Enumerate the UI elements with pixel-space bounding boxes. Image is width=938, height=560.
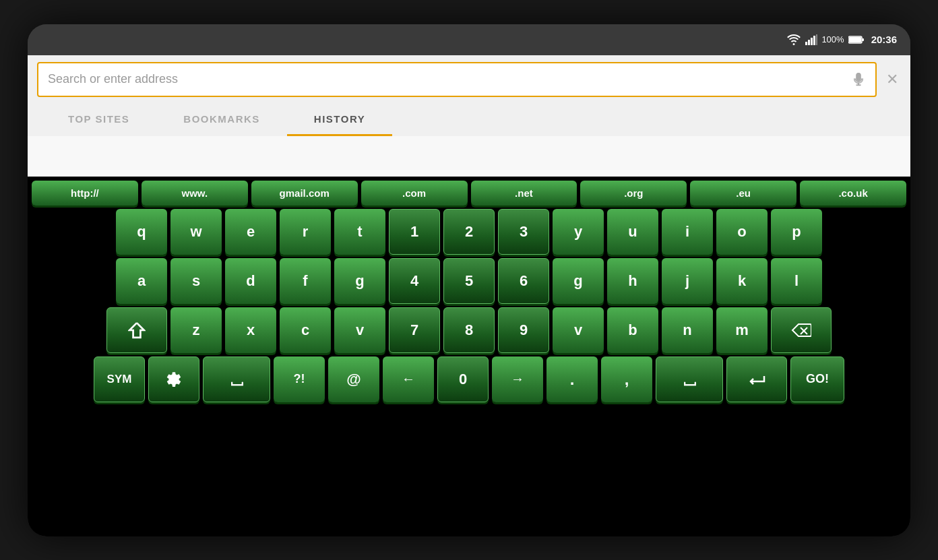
status-icons: 100% 20:36 [786, 34, 897, 45]
signal-icon [805, 34, 817, 45]
key-arrow-left[interactable]: ← [383, 356, 434, 402]
key-row-3: z x c v 7 8 9 v b n m [32, 307, 906, 353]
search-box[interactable]: Search or enter address [37, 62, 877, 97]
tabs-row: TOP SITES BOOKMARKS HISTORY [28, 104, 910, 136]
key-f[interactable]: f [280, 258, 331, 304]
key-y[interactable]: y [553, 209, 604, 255]
key-n[interactable]: n [662, 307, 713, 353]
key-couk[interactable]: .co.uk [800, 181, 906, 206]
key-7[interactable]: 7 [389, 307, 440, 353]
status-time: 20:36 [871, 34, 897, 45]
key-e[interactable]: e [225, 209, 276, 255]
key-6[interactable]: 6 [498, 258, 549, 304]
key-row-2: a s d f g 4 5 6 g h j k l [32, 258, 906, 304]
key-x[interactable]: x [225, 307, 276, 353]
battery-icon [848, 35, 865, 44]
key-v1[interactable]: v [334, 307, 385, 353]
wifi-icon [786, 34, 801, 45]
key-j[interactable]: j [662, 258, 713, 304]
key-enter[interactable] [726, 356, 787, 402]
key-sym[interactable]: SYM [94, 356, 145, 402]
key-m[interactable]: m [716, 307, 768, 353]
browser-content [28, 136, 910, 177]
key-org[interactable]: .org [580, 181, 687, 206]
key-s[interactable]: s [170, 258, 222, 304]
device-frame: 100% 20:36 Search or enter address [28, 24, 910, 536]
key-p[interactable]: p [771, 209, 822, 255]
settings-icon [165, 371, 183, 388]
key-w[interactable]: w [170, 209, 222, 255]
key-4[interactable]: 4 [389, 258, 440, 304]
svg-rect-1 [808, 40, 810, 45]
key-http[interactable]: http:// [32, 181, 138, 206]
svg-rect-0 [805, 42, 807, 45]
svg-rect-6 [849, 37, 861, 42]
key-shift[interactable] [106, 307, 167, 353]
key-a[interactable]: a [116, 258, 167, 304]
key-c[interactable]: c [280, 307, 331, 353]
svg-rect-4 [816, 34, 817, 45]
key-r[interactable]: r [280, 209, 331, 255]
key-9[interactable]: 9 [498, 307, 549, 353]
key-arrow-right[interactable]: → [492, 356, 543, 402]
key-settings[interactable] [148, 356, 199, 402]
key-go[interactable]: GO! [790, 356, 844, 402]
url-shortcut-row: http:// www. gmail.com .com .net .org .e… [32, 181, 906, 206]
key-v2[interactable]: v [553, 307, 604, 353]
key-space-right[interactable]: ⎵ [656, 356, 723, 402]
svg-rect-2 [811, 38, 813, 45]
key-1[interactable]: 1 [389, 209, 440, 255]
key-backspace[interactable] [771, 307, 832, 353]
key-www[interactable]: www. [142, 181, 248, 206]
key-u[interactable]: u [607, 209, 658, 255]
close-button[interactable]: ✕ [883, 68, 901, 91]
svg-rect-3 [813, 36, 815, 45]
key-d[interactable]: d [225, 258, 276, 304]
keyboard: http:// www. gmail.com .com .net .org .e… [28, 177, 910, 536]
key-row-bottom: SYM ⎵ ?! @ ← 0 → . , ⎵ GO! [32, 356, 906, 402]
key-row-1: q w e r t 1 2 3 y u i o p [32, 209, 906, 255]
battery-percent: 100% [821, 34, 844, 44]
key-t[interactable]: t [334, 209, 385, 255]
shift-icon [128, 321, 146, 340]
key-g1[interactable]: g [334, 258, 385, 304]
enter-icon [747, 372, 767, 387]
tab-bookmarks[interactable]: BOOKMARKS [156, 104, 287, 136]
key-com[interactable]: .com [361, 181, 468, 206]
key-b[interactable]: b [607, 307, 658, 353]
search-row: Search or enter address ✕ [28, 55, 910, 104]
key-h[interactable]: h [607, 258, 658, 304]
key-5[interactable]: 5 [443, 258, 495, 304]
key-g2[interactable]: g [553, 258, 604, 304]
svg-rect-7 [862, 38, 864, 41]
key-comma[interactable]: , [601, 356, 652, 402]
key-net[interactable]: .net [471, 181, 577, 206]
key-z[interactable]: z [170, 307, 222, 353]
key-2[interactable]: 2 [443, 209, 495, 255]
mic-icon[interactable] [851, 70, 866, 89]
browser-chrome: Search or enter address ✕ TOP SITES BOOK… [28, 55, 910, 177]
status-bar: 100% 20:36 [28, 24, 910, 55]
key-space-left[interactable]: ⎵ [203, 356, 270, 402]
key-q[interactable]: q [116, 209, 167, 255]
key-punctuation[interactable]: ?! [274, 356, 325, 402]
key-o[interactable]: o [716, 209, 768, 255]
key-3[interactable]: 3 [498, 209, 549, 255]
key-period[interactable]: . [546, 356, 598, 402]
key-8[interactable]: 8 [443, 307, 495, 353]
tab-top-sites[interactable]: TOP SITES [41, 104, 156, 136]
key-eu[interactable]: .eu [690, 181, 796, 206]
backspace-icon [791, 323, 811, 338]
key-gmail[interactable]: gmail.com [251, 181, 358, 206]
key-0[interactable]: 0 [437, 356, 489, 402]
key-i[interactable]: i [662, 209, 713, 255]
svg-rect-9 [856, 84, 861, 86]
key-at[interactable]: @ [328, 356, 379, 402]
key-k[interactable]: k [716, 258, 768, 304]
key-l[interactable]: l [771, 258, 822, 304]
tab-history[interactable]: HISTORY [287, 104, 392, 136]
search-placeholder: Search or enter address [48, 72, 851, 86]
